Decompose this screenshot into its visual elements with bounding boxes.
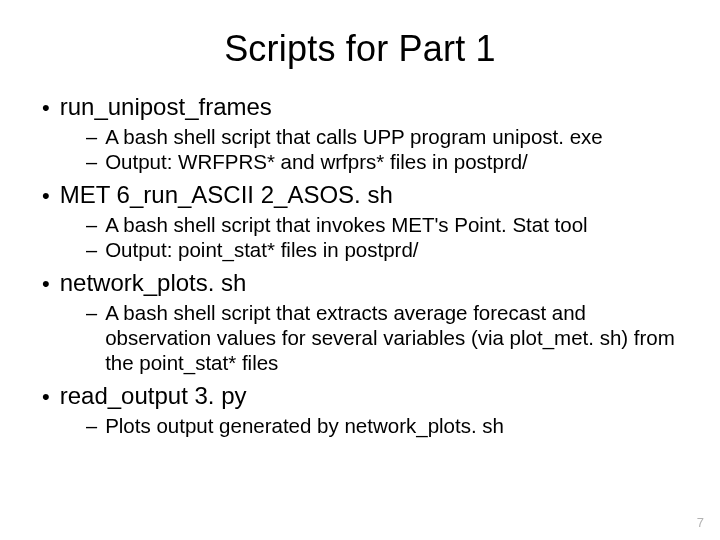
bullet-list: • run_unipost_frames – A bash shell scri… — [40, 92, 680, 438]
list-item: • network_plots. sh – A bash shell scrip… — [40, 268, 680, 375]
list-item-row: • read_output 3. py — [40, 381, 680, 411]
page-number: 7 — [697, 515, 704, 530]
sub-list-item: – Output: point_stat* files in postprd/ — [86, 237, 680, 262]
list-item-label: network_plots. sh — [60, 268, 247, 298]
list-item-row: • MET 6_run_ASCII 2_ASOS. sh — [40, 180, 680, 210]
bullet-icon: • — [42, 185, 50, 207]
dash-icon: – — [86, 302, 97, 325]
dash-icon: – — [86, 214, 97, 237]
slide-title: Scripts for Part 1 — [40, 28, 680, 70]
sub-list: – A bash shell script that invokes MET's… — [86, 212, 680, 262]
list-item: • read_output 3. py – Plots output gener… — [40, 381, 680, 438]
sub-list-item: – A bash shell script that calls UPP pro… — [86, 124, 680, 149]
dash-icon: – — [86, 151, 97, 174]
bullet-icon: • — [42, 273, 50, 295]
dash-icon: – — [86, 126, 97, 149]
sub-list-item-label: Output: point_stat* files in postprd/ — [105, 237, 418, 262]
sub-list: – A bash shell script that extracts aver… — [86, 300, 680, 375]
sub-list-item-label: Output: WRFPRS* and wrfprs* files in pos… — [105, 149, 528, 174]
slide: Scripts for Part 1 • run_unipost_frames … — [0, 0, 720, 540]
sub-list-item: – A bash shell script that invokes MET's… — [86, 212, 680, 237]
list-item: • MET 6_run_ASCII 2_ASOS. sh – A bash sh… — [40, 180, 680, 262]
sub-list-item: – Output: WRFPRS* and wrfprs* files in p… — [86, 149, 680, 174]
sub-list-item-label: A bash shell script that calls UPP progr… — [105, 124, 603, 149]
list-item-label: MET 6_run_ASCII 2_ASOS. sh — [60, 180, 393, 210]
list-item: • run_unipost_frames – A bash shell scri… — [40, 92, 680, 174]
bullet-icon: • — [42, 97, 50, 119]
sub-list-item: – A bash shell script that extracts aver… — [86, 300, 680, 375]
sub-list-item-label: A bash shell script that invokes MET's P… — [105, 212, 587, 237]
list-item-row: • run_unipost_frames — [40, 92, 680, 122]
list-item-row: • network_plots. sh — [40, 268, 680, 298]
list-item-label: run_unipost_frames — [60, 92, 272, 122]
sub-list-item-label: Plots output generated by network_plots.… — [105, 413, 504, 438]
list-item-label: read_output 3. py — [60, 381, 247, 411]
bullet-icon: • — [42, 386, 50, 408]
sub-list: – Plots output generated by network_plot… — [86, 413, 680, 438]
dash-icon: – — [86, 415, 97, 438]
sub-list-item: – Plots output generated by network_plot… — [86, 413, 680, 438]
sub-list: – A bash shell script that calls UPP pro… — [86, 124, 680, 174]
sub-list-item-label: A bash shell script that extracts averag… — [105, 300, 680, 375]
dash-icon: – — [86, 239, 97, 262]
